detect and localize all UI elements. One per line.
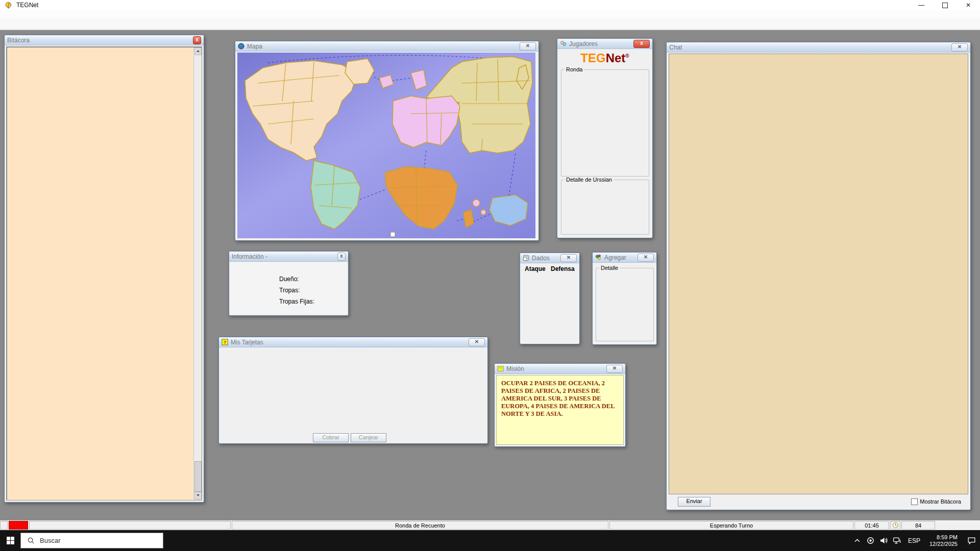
informacion-title: Información - <box>232 253 267 260</box>
scroll-thumb[interactable] <box>194 461 202 492</box>
ronda-label: Ronda <box>565 66 584 72</box>
tray-time: 8:59 PM <box>929 534 958 541</box>
detalle-group: Detalle de Urssian <box>561 180 649 235</box>
tarjetas-titlebar[interactable]: ? Mis Tarjetas ✕ <box>219 337 487 347</box>
dados-close-icon[interactable]: ✕ <box>560 254 577 262</box>
windows-logo-icon <box>6 536 15 545</box>
app-icon <box>5 2 12 9</box>
tray-language[interactable]: ESP <box>904 537 924 544</box>
info-tropas-label: Tropas: <box>279 287 300 294</box>
detalle-label: Detalle de Urssian <box>565 177 614 183</box>
chat-log[interactable] <box>669 54 968 494</box>
informacion-close-icon[interactable]: x <box>337 253 346 261</box>
mision-titlebar[interactable]: Misión ✕ <box>495 364 625 374</box>
tarjetas-window: ? Mis Tarjetas ✕ Cobrar Canjear <box>218 337 488 444</box>
status-ronda: Ronda de Recuento <box>232 521 608 530</box>
status-time: 01:45 <box>854 521 889 530</box>
desktop: TEGNet — ✕ Bitácora x <box>0 0 980 551</box>
defensa-label: Defensa <box>551 265 575 272</box>
jugadores-titlebar[interactable]: Jugadores x <box>557 39 652 49</box>
tray-notification-icon[interactable] <box>963 530 980 551</box>
jugadores-close-icon[interactable]: x <box>633 40 650 48</box>
close-button[interactable]: ✕ <box>957 0 980 10</box>
info-tropas-fijas-label: Tropas Fijas: <box>279 298 314 305</box>
canjear-button[interactable]: Canjear <box>351 433 386 442</box>
status-count: 84 <box>901 521 935 530</box>
jugadores-window: Jugadores x TEGNet® Ronda Detalle de Urs… <box>557 38 653 238</box>
note-icon <box>497 365 504 372</box>
tray-record-icon[interactable] <box>864 530 877 551</box>
tray-chevron-icon[interactable] <box>851 530 864 551</box>
agregar-titlebar[interactable]: Agregar ✕ <box>593 253 656 263</box>
bitacora-entries <box>9 48 193 499</box>
agregar-close-icon[interactable]: ✕ <box>638 254 654 262</box>
tray-volume-icon[interactable] <box>877 530 891 551</box>
tray-date: 12/22/2025 <box>929 541 958 547</box>
map-title: Mapa <box>247 43 262 50</box>
checkbox-label: Mostrar Bitácora <box>920 498 961 505</box>
system-tray: ESP 8:59 PM 12/22/2025 <box>851 530 980 551</box>
app-titlebar[interactable]: TEGNet — ✕ <box>0 0 980 10</box>
tarjetas-close-icon[interactable]: ✕ <box>469 338 485 346</box>
agregar-detalle-label: Detalle <box>599 265 620 271</box>
balls-icon <box>595 254 602 261</box>
minimize-button[interactable]: — <box>910 0 933 10</box>
dados-window: Dados ✕ Ataque Defensa <box>520 253 580 344</box>
tegnet-logo: TEGNet® <box>557 51 652 65</box>
tray-clock[interactable]: 8:59 PM 12/22/2025 <box>924 534 963 547</box>
informacion-titlebar[interactable]: Información - x <box>229 252 348 262</box>
checkbox-box[interactable] <box>911 498 918 505</box>
chat-titlebar[interactable]: Chat ✕ <box>667 42 970 53</box>
chat-title: Chat <box>669 44 682 51</box>
svg-text:?: ? <box>224 340 227 345</box>
dice-icon <box>523 255 529 261</box>
enviar-button[interactable]: Enviar <box>678 497 710 507</box>
status-segment <box>936 521 979 530</box>
chat-messages <box>672 56 965 492</box>
scroll-up-icon[interactable] <box>194 47 202 55</box>
bitacora-titlebar[interactable]: Bitácora x <box>5 35 204 45</box>
informacion-window: Información - x Dueño: Tropas: Tropas Fi… <box>229 251 349 316</box>
mostrar-bitacora-checkbox[interactable]: Mostrar Bitácora <box>911 498 961 505</box>
bitacora-log <box>6 46 202 500</box>
map-decoration <box>390 232 395 237</box>
tarjetas-title: Mis Tarjetas <box>231 339 263 346</box>
status-segment <box>0 521 8 530</box>
tray-network-icon[interactable] <box>891 530 904 551</box>
dados-titlebar[interactable]: Dados ✕ <box>520 253 579 263</box>
jugadores-title: Jugadores <box>569 40 598 47</box>
bitacora-scrollbar[interactable] <box>193 47 201 499</box>
mision-close-icon[interactable]: ✕ <box>606 365 623 373</box>
card-slots <box>226 352 481 428</box>
app-title: TEGNet <box>16 2 38 9</box>
maximize-button[interactable] <box>933 0 957 10</box>
bitacora-window: Bitácora x <box>4 35 204 503</box>
ronda-group: Ronda <box>561 69 649 177</box>
mision-body: OCUPAR 2 PAISES DE OCEANIA, 2 PAISES DE … <box>496 375 624 445</box>
status-segment <box>29 521 231 530</box>
mision-window: Misión ✕ OCUPAR 2 PAISES DE OCEANIA, 2 P… <box>494 363 626 447</box>
globe-icon <box>238 43 244 49</box>
oceania-island[interactable] <box>473 199 480 207</box>
taskbar-search-input[interactable]: Buscar <box>20 533 163 548</box>
world-map[interactable] <box>237 53 535 238</box>
agregar-title: Agregar <box>604 254 626 261</box>
chat-window: Chat ✕ Enviar Mostrar Bitácora <box>666 42 971 510</box>
status-turno: Esperando Turno <box>609 521 853 530</box>
informacion-body: Dueño: Tropas: Tropas Fijas: <box>231 262 347 314</box>
map-close-icon[interactable]: ✕ <box>520 42 536 51</box>
chat-close-icon[interactable]: ✕ <box>951 43 968 52</box>
status-clock-icon <box>890 521 900 530</box>
chat-footer: Enviar Mostrar Bitácora <box>669 495 968 508</box>
map-window: Mapa ✕ <box>235 41 539 241</box>
search-placeholder: Buscar <box>40 537 60 544</box>
cobrar-button[interactable]: Cobrar <box>313 433 349 442</box>
info-dueno-label: Dueño: <box>279 276 299 283</box>
oceania-island[interactable] <box>481 210 486 215</box>
map-titlebar[interactable]: Mapa ✕ <box>235 41 538 52</box>
scroll-down-icon[interactable] <box>194 492 202 499</box>
search-icon <box>27 537 35 544</box>
windows-taskbar: Buscar ESP 8:59 PM 12/22/2025 <box>0 530 980 551</box>
bitacora-close-icon[interactable]: x <box>193 36 201 44</box>
start-button[interactable] <box>0 530 20 551</box>
